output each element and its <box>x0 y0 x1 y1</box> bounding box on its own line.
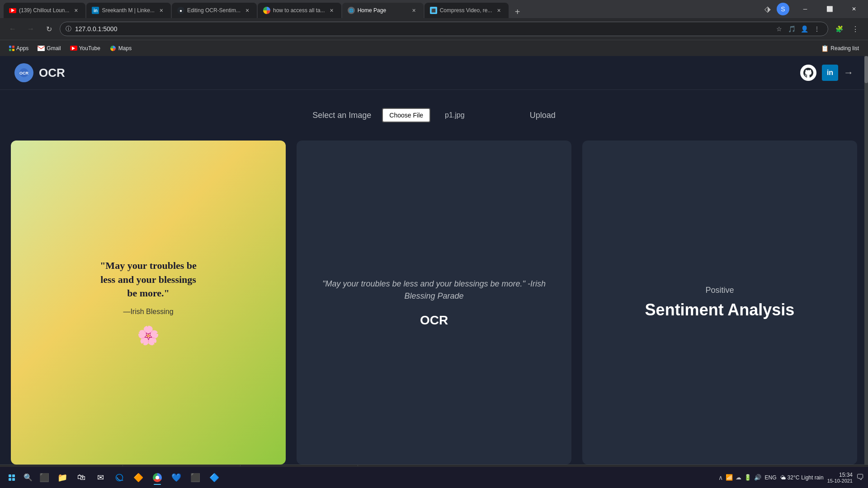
taskbar-vscode[interactable]: 💙 <box>168 469 184 486</box>
tab-github-title: Editing OCR-Sentim... <box>187 7 241 14</box>
tab-home-close[interactable]: × <box>410 6 418 14</box>
taskbar-clock[interactable]: 15:34 15-10-2021 <box>827 472 853 483</box>
linkedin-button[interactable]: in <box>822 65 838 81</box>
more-options-icon[interactable]: ⋮ <box>811 23 822 34</box>
taskbar-search-button[interactable]: 🔍 <box>20 469 36 486</box>
bookmark-apps[interactable]: Apps <box>5 43 32 53</box>
scrollbar-thumb[interactable] <box>864 56 868 83</box>
tab-home-title: Home Page <box>358 7 407 14</box>
reading-list-button[interactable]: 📋 Reading list <box>817 43 863 54</box>
tab-linkedin-close[interactable]: × <box>157 6 165 14</box>
tab-compress[interactable]: ⬛ Compress Video, re... × <box>425 3 509 18</box>
tab-github[interactable]: ● Editing OCR-Sentim... × <box>172 3 257 18</box>
taskbar-right: ∧ 📶 ☁ 🔋 🔊 ENG 🌥 32°C Light rain 15:34 15… <box>718 472 864 483</box>
sentiment-content: Positive Sentiment Analysis <box>582 141 857 465</box>
taskbar-chrome[interactable] <box>149 469 165 486</box>
upload-button[interactable]: Upload <box>530 111 556 120</box>
new-tab-button[interactable]: + <box>511 5 524 18</box>
maps-favicon-icon <box>109 45 117 52</box>
quote-image-text: "May your troubles be less and your bles… <box>100 259 197 300</box>
cards-section: "May your troubles be less and your bles… <box>0 141 868 465</box>
back-button[interactable]: ← <box>5 22 20 36</box>
tab-linkedin-title: Sreekanth M | Linke... <box>102 7 155 14</box>
external-link-arrow-icon[interactable]: → <box>844 67 854 79</box>
bookmark-maps[interactable]: Maps <box>106 43 135 54</box>
profile-icon[interactable]: 👤 <box>799 23 810 34</box>
tab-youtube-close[interactable]: × <box>72 6 80 14</box>
taskbar-avast[interactable]: 🔶 <box>130 469 146 486</box>
address-bar[interactable]: ⓘ 127.0.0.1:5000 ☆ 🎵 👤 ⋮ <box>60 22 828 36</box>
battery-icon[interactable]: 🔋 <box>744 474 751 481</box>
app-header: OCR OCR in → <box>0 56 868 90</box>
extensions-button[interactable]: 🧩 <box>832 22 846 36</box>
weather-widget[interactable]: 🌥 32°C Light rain <box>780 474 824 481</box>
sentiment-value: Sentiment Analysis <box>645 300 795 319</box>
cast-icon[interactable]: ⬗ <box>760 2 775 16</box>
tab-compress-close[interactable]: × <box>495 6 503 14</box>
reload-button[interactable]: ↻ <box>42 22 56 36</box>
tab-google[interactable]: how to access all ta... × <box>258 3 341 18</box>
task-view-button[interactable]: ⬛ <box>36 469 52 486</box>
taskbar-mail[interactable]: ✉ <box>92 469 108 486</box>
browser-frame: (139) Chillout Loun... × in Sreekanth M … <box>0 0 868 488</box>
image-display: "May your troubles be less and your bles… <box>11 141 286 465</box>
notification-button[interactable]: 🗨 <box>856 473 864 482</box>
tabs-container: (139) Chillout Loun... × in Sreekanth M … <box>4 0 760 18</box>
clock-time: 15:34 <box>827 472 853 478</box>
github-button[interactable] <box>800 65 816 81</box>
flower-decoration-icon: 🌸 <box>100 325 197 346</box>
reading-list-icon: 📋 <box>821 45 829 52</box>
network-icon[interactable]: 📶 <box>726 474 733 481</box>
forward-button[interactable]: → <box>24 22 38 36</box>
lock-icon: ⓘ <box>66 25 71 33</box>
tab-linkedin[interactable]: in Sreekanth M | Linke... × <box>86 3 171 18</box>
weather-icon: 🌥 <box>780 474 786 481</box>
minimize-button[interactable]: ─ <box>795 2 816 16</box>
scrollbar[interactable] <box>864 56 868 488</box>
tab-home[interactable]: 🌐 Home Page × <box>342 3 424 18</box>
title-bar: (139) Chillout Loun... × in Sreekanth M … <box>0 0 868 18</box>
image-card: "May your troubles be less and your bles… <box>11 141 286 465</box>
svg-text:OCR: OCR <box>19 71 29 75</box>
start-button[interactable] <box>4 469 20 486</box>
bookmarks-bar: Apps Gmail YouTube Maps 📋 Reading list <box>0 40 868 56</box>
bookmark-star-icon[interactable]: ☆ <box>774 23 784 34</box>
tab-github-close[interactable]: × <box>243 6 251 14</box>
volume-icon[interactable]: 🔊 <box>754 474 761 481</box>
apps-label: Apps <box>16 45 28 52</box>
youtube-label: YouTube <box>79 45 100 52</box>
logo-circle: OCR <box>14 63 33 82</box>
tab-google-close[interactable]: × <box>328 6 336 14</box>
globe-favicon-icon: 🌐 <box>348 7 355 14</box>
clock-date: 15-10-2021 <box>827 478 853 483</box>
taskbar-media[interactable]: 🔷 <box>206 469 222 486</box>
sentiment-label: Positive <box>705 286 734 295</box>
upload-section: Select an Image Choose File p1.jpg Uploa… <box>0 90 868 141</box>
chevron-up-icon[interactable]: ∧ <box>718 474 723 481</box>
onedrive-icon[interactable]: ☁ <box>736 474 741 481</box>
youtube-favicon-icon <box>9 8 16 13</box>
apps-grid-icon <box>9 46 14 51</box>
edge-icon <box>115 473 124 482</box>
restore-button[interactable]: ⬜ <box>819 2 840 16</box>
taskbar-store[interactable]: 🛍 <box>73 469 90 486</box>
ocr-card: "May your troubles be less and your bles… <box>297 141 571 465</box>
linkedin-icon-text: in <box>827 69 833 77</box>
tab-youtube[interactable]: (139) Chillout Loun... × <box>4 3 85 18</box>
close-button[interactable]: ✕ <box>844 2 864 16</box>
image-placeholder: "May your troubles be less and your bles… <box>11 141 286 465</box>
bookmark-youtube[interactable]: YouTube <box>66 43 104 53</box>
window-controls: ─ ⬜ ✕ <box>795 2 864 16</box>
bookmark-gmail[interactable]: Gmail <box>34 43 64 53</box>
taskbar-terminal[interactable]: ⬛ <box>187 469 203 486</box>
choose-file-button[interactable]: Choose File <box>382 108 430 122</box>
media-icon[interactable]: 🎵 <box>786 23 797 34</box>
quote-author: —Irish Blessing <box>100 308 197 316</box>
taskbar-file-explorer[interactable]: 📁 <box>54 469 71 486</box>
ocr-text-content: "May your troubles be less and your bles… <box>297 141 571 465</box>
chrome-menu-button[interactable]: ⋮ <box>848 22 863 36</box>
main-content: OCR OCR in → Select an Image Choos <box>0 56 868 488</box>
tab-compress-title: Compress Video, re... <box>440 7 492 14</box>
taskbar-edge[interactable] <box>111 469 127 486</box>
profile-avatar[interactable]: S <box>777 3 789 15</box>
